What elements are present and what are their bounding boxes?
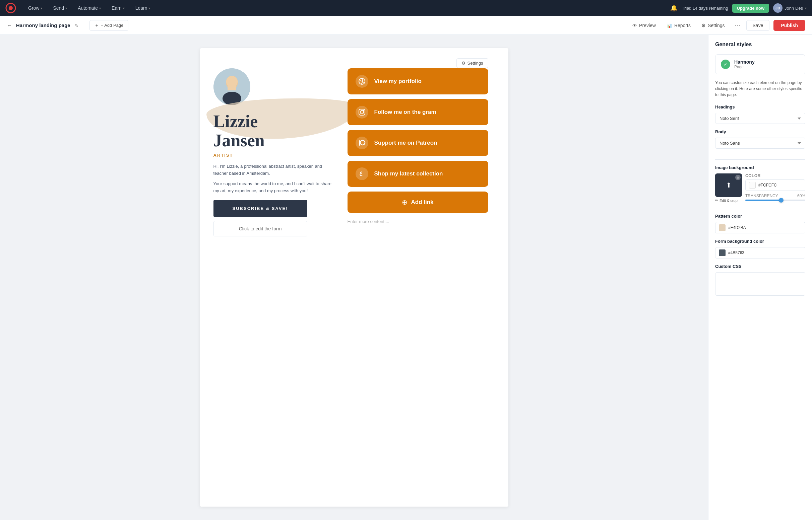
plus-icon: ＋ — [95, 22, 99, 28]
logo-icon[interactable] — [5, 3, 16, 14]
edit-title-icon[interactable]: ✎ — [74, 23, 78, 28]
edit-icon: ✏ — [715, 198, 718, 203]
gear-icon: ⚙ — [462, 60, 466, 66]
canvas: Lizzie Jansen ARTIST Hi, I'm Lizzie, a p… — [0, 35, 708, 520]
etsy-icon: ℰ — [355, 167, 368, 180]
toolbar: ← Harmony landing page ✎ ＋ + Add Page 👁 … — [0, 16, 812, 35]
add-link-label: Add link — [411, 199, 433, 206]
transparency-slider[interactable] — [745, 200, 805, 201]
preview-button[interactable]: 👁 Preview — [629, 21, 659, 30]
link-portfolio[interactable]: View my portfolio — [347, 68, 488, 95]
link-shop[interactable]: ℰ Shop my latest collection — [347, 161, 488, 187]
page-content: Lizzie Jansen ARTIST Hi, I'm Lizzie, a p… — [200, 48, 508, 506]
svg-text:ℰ: ℰ — [359, 171, 363, 177]
more-options-icon[interactable]: ⋯ — [732, 20, 742, 31]
image-bg-row: ✕ ⬆ ✏ Edit & crop COLOR #FCFCFC TRANSPAR… — [715, 174, 805, 203]
user-menu[interactable]: JD John Des ▾ — [773, 3, 807, 13]
svg-point-10 — [363, 110, 364, 111]
transparency-value: 60% — [797, 193, 805, 198]
profile-photo[interactable] — [214, 68, 250, 105]
divider — [715, 159, 805, 160]
link-patreon[interactable]: Support me on Patreon — [347, 130, 488, 156]
form-bg-input[interactable]: #4B5763 — [715, 247, 805, 259]
transparency-row: TRANSPARENCY 60% — [745, 193, 805, 201]
profile-name-first: Lizzie — [214, 112, 334, 131]
check-icon: ✓ — [721, 60, 730, 69]
svg-rect-8 — [359, 109, 365, 115]
headings-select[interactable]: Noto Serif — [715, 113, 805, 124]
custom-css-input[interactable] — [715, 272, 805, 296]
link-instagram-label: Follow me on the gram — [374, 109, 436, 115]
link-portfolio-label: View my portfolio — [374, 78, 422, 85]
plus-circle-icon: ⊕ — [402, 198, 408, 206]
svg-rect-6 — [227, 86, 236, 90]
form-bg-swatch — [719, 250, 725, 256]
form-bg-value: #4B5763 — [728, 251, 744, 255]
settings-float-button[interactable]: ⚙ Settings — [457, 58, 488, 68]
divider-2 — [715, 208, 805, 208]
settings-float-label: Settings — [467, 60, 483, 66]
harmony-card[interactable]: ✓ Harmony Page — [715, 54, 805, 74]
back-button[interactable]: ← — [7, 22, 12, 28]
publish-button[interactable]: Publish — [773, 20, 805, 31]
nav-automate[interactable]: Automate ▾ — [74, 3, 105, 13]
toolbar-divider — [84, 20, 84, 30]
panel-description: You can customize each element on the pa… — [715, 80, 805, 98]
nav-grow[interactable]: Grow ▾ — [24, 3, 46, 13]
edit-form-box[interactable]: Click to edit the form — [214, 221, 307, 236]
chevron-down-icon: ▾ — [148, 6, 150, 10]
subscribe-button[interactable]: SUBSCRIBE & SAVE! — [214, 200, 307, 217]
harmony-sub: Page — [734, 64, 755, 69]
trial-text: Trial: 14 days remaining — [682, 6, 728, 11]
save-button[interactable]: Save — [746, 20, 770, 31]
notification-bell-icon[interactable]: 🔔 — [670, 4, 678, 12]
chevron-down-icon: ▾ — [99, 6, 101, 10]
color-input[interactable]: #FCFCFC — [745, 180, 805, 191]
chevron-down-icon: ▾ — [41, 6, 42, 10]
pattern-color-label: Pattern color — [715, 214, 805, 219]
svg-rect-12 — [359, 140, 360, 146]
edit-crop-button[interactable]: ✏ Edit & crop — [715, 198, 742, 203]
nav-send[interactable]: Send ▾ — [49, 3, 71, 13]
svg-point-11 — [360, 140, 365, 145]
settings-button[interactable]: ⚙ Settings — [698, 21, 728, 30]
profile-image — [214, 68, 250, 105]
dribbble-icon — [355, 75, 368, 88]
color-area: COLOR #FCFCFC TRANSPARENCY 60% — [745, 174, 805, 201]
enter-content-placeholder[interactable]: Enter more content.... — [347, 219, 488, 224]
slider-fill — [745, 200, 781, 201]
name-block: Lizzie Jansen ARTIST — [214, 112, 334, 158]
pattern-color-input[interactable]: #E4D2BA — [715, 222, 805, 233]
profile-title: ARTIST — [214, 153, 334, 158]
body-select[interactable]: Noto Sans — [715, 138, 805, 149]
color-swatch — [749, 182, 756, 188]
harmony-name: Harmony — [734, 59, 755, 64]
upload-icon: ⬆ — [726, 181, 732, 189]
reports-button[interactable]: 📊 Reports — [663, 21, 694, 30]
pattern-color-value: #E4D2BA — [728, 225, 746, 230]
top-nav: Grow ▾ Send ▾ Automate ▾ Earn ▾ Learn ▾ … — [0, 0, 812, 16]
add-link-button[interactable]: ⊕ Add link — [347, 191, 488, 213]
bio-line-2: Your support means the world to me, and … — [214, 180, 334, 194]
preview-icon: 👁 — [632, 23, 637, 28]
link-instagram[interactable]: Follow me on the gram — [347, 99, 488, 125]
add-page-button[interactable]: ＋ + Add Page — [90, 20, 129, 31]
headings-label: Headings — [715, 104, 805, 109]
nav-learn[interactable]: Learn ▾ — [131, 3, 154, 13]
svg-point-1 — [9, 6, 13, 10]
right-panel: General styles ✓ Harmony Page You can cu… — [708, 35, 812, 520]
close-icon[interactable]: ✕ — [735, 175, 741, 180]
nav-right: 🔔 Trial: 14 days remaining Upgrade now J… — [670, 3, 807, 13]
avatar: JD — [773, 3, 783, 13]
profile-name-last: Jansen — [214, 131, 334, 150]
nav-earn[interactable]: Earn ▾ — [107, 3, 129, 13]
harmony-info: Harmony Page — [734, 59, 755, 69]
form-bg-label: Form background color — [715, 239, 805, 244]
color-value: #FCFCFC — [758, 183, 777, 187]
color-label: COLOR — [745, 174, 805, 178]
upgrade-button[interactable]: Upgrade now — [732, 4, 769, 13]
image-bg-label: Image background — [715, 165, 805, 170]
image-bg-thumbnail[interactable]: ✕ ⬆ — [715, 174, 742, 197]
left-column: Lizzie Jansen ARTIST Hi, I'm Lizzie, a p… — [214, 68, 334, 487]
link-shop-label: Shop my latest collection — [374, 171, 443, 177]
